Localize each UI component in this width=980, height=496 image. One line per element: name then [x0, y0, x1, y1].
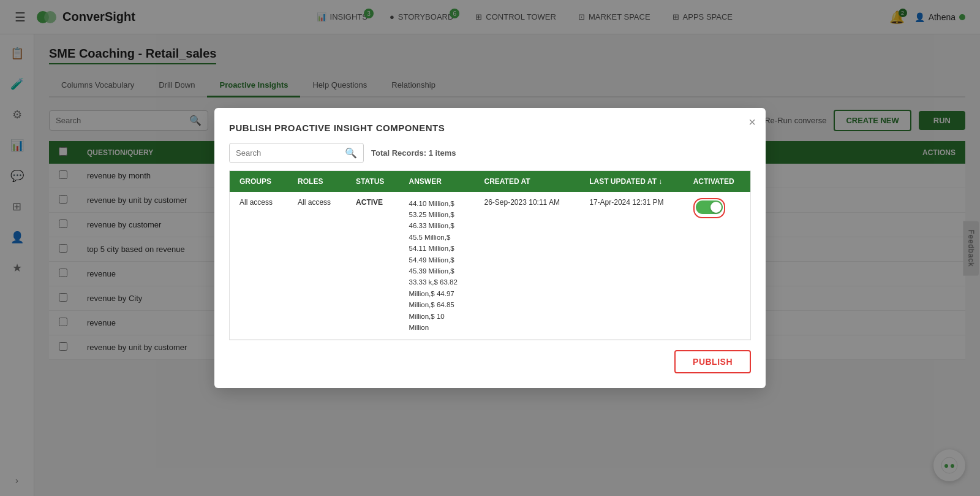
publish-button[interactable]: PUBLISH	[674, 350, 751, 373]
modal-table-row: All access All access ACTIVE 44.10 Milli…	[230, 192, 750, 340]
modal-search-icon: 🔍	[345, 147, 357, 159]
modal-col-activated: ACTIVATED	[684, 171, 750, 192]
modal-overlay[interactable]: × PUBLISH PROACTIVE INSIGHT COMPONENTS 🔍…	[0, 0, 980, 496]
modal-cell-updated: 17-Apr-2024 12:31 PM	[579, 192, 683, 340]
modal-title: PUBLISH PROACTIVE INSIGHT COMPONENTS	[229, 123, 751, 133]
modal-table: GROUPS ROLES STATUS ANSWER CREATED AT LA…	[230, 171, 750, 340]
modal-cell-roles: All access	[288, 192, 346, 340]
modal-cell-groups: All access	[230, 192, 288, 340]
modal-footer: PUBLISH	[229, 350, 751, 373]
modal-col-roles: ROLES	[288, 171, 346, 192]
modal-col-updated[interactable]: LAST UPDATED AT	[579, 171, 683, 192]
modal-col-status: STATUS	[346, 171, 399, 192]
modal-close-button[interactable]: ×	[748, 115, 756, 129]
modal-col-answer: ANSWER	[399, 171, 475, 192]
modal-search-container: 🔍	[229, 143, 364, 163]
activated-toggle[interactable]	[696, 200, 723, 214]
toggle-knob	[710, 202, 722, 213]
modal-cell-answer: 44.10 Million,$53.25 Million,$46.33 Mill…	[399, 192, 475, 340]
modal-records-count: Total Records: 1 items	[371, 148, 456, 158]
modal-cell-created: 26-Sep-2023 10:11 AM	[474, 192, 579, 340]
modal-toolbar: 🔍 Total Records: 1 items	[229, 143, 751, 163]
publish-modal: × PUBLISH PROACTIVE INSIGHT COMPONENTS 🔍…	[214, 108, 766, 389]
modal-table-wrap: GROUPS ROLES STATUS ANSWER CREATED AT LA…	[229, 170, 751, 341]
activated-toggle-wrap[interactable]	[693, 198, 725, 218]
modal-cell-status: ACTIVE	[346, 192, 399, 340]
modal-search-input[interactable]	[236, 148, 341, 158]
modal-col-created: CREATED AT	[474, 171, 579, 192]
modal-cell-activated	[684, 192, 750, 340]
modal-col-groups: GROUPS	[230, 171, 288, 192]
